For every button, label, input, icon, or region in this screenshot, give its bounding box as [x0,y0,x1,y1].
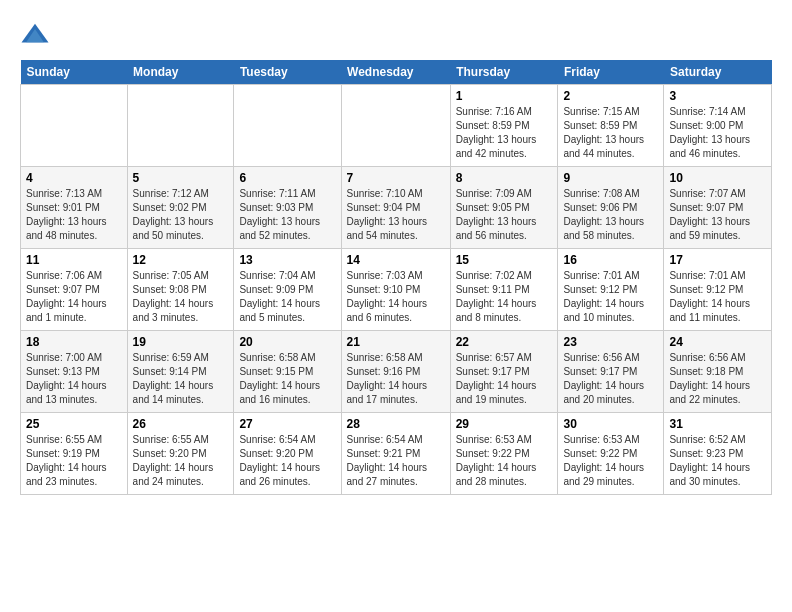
calendar-week-5: 25Sunrise: 6:55 AMSunset: 9:19 PMDayligh… [21,413,772,495]
calendar-week-1: 1Sunrise: 7:16 AMSunset: 8:59 PMDaylight… [21,85,772,167]
day-number: 3 [669,89,766,103]
day-info: Sunrise: 7:10 AMSunset: 9:04 PMDaylight:… [347,187,445,243]
day-number: 18 [26,335,122,349]
page-header [20,20,772,50]
calendar-cell: 26Sunrise: 6:55 AMSunset: 9:20 PMDayligh… [127,413,234,495]
day-number: 1 [456,89,553,103]
day-info: Sunrise: 6:57 AMSunset: 9:17 PMDaylight:… [456,351,553,407]
day-number: 27 [239,417,335,431]
calendar-cell [21,85,128,167]
day-number: 20 [239,335,335,349]
day-number: 23 [563,335,658,349]
day-info: Sunrise: 6:54 AMSunset: 9:20 PMDaylight:… [239,433,335,489]
day-header-wednesday: Wednesday [341,60,450,85]
header-row: SundayMondayTuesdayWednesdayThursdayFrid… [21,60,772,85]
day-info: Sunrise: 7:07 AMSunset: 9:07 PMDaylight:… [669,187,766,243]
day-number: 11 [26,253,122,267]
day-info: Sunrise: 7:04 AMSunset: 9:09 PMDaylight:… [239,269,335,325]
day-number: 9 [563,171,658,185]
calendar-cell: 31Sunrise: 6:52 AMSunset: 9:23 PMDayligh… [664,413,772,495]
calendar-cell: 20Sunrise: 6:58 AMSunset: 9:15 PMDayligh… [234,331,341,413]
calendar-cell: 22Sunrise: 6:57 AMSunset: 9:17 PMDayligh… [450,331,558,413]
day-header-monday: Monday [127,60,234,85]
day-info: Sunrise: 7:09 AMSunset: 9:05 PMDaylight:… [456,187,553,243]
day-number: 19 [133,335,229,349]
day-info: Sunrise: 7:14 AMSunset: 9:00 PMDaylight:… [669,105,766,161]
day-number: 24 [669,335,766,349]
calendar-cell: 3Sunrise: 7:14 AMSunset: 9:00 PMDaylight… [664,85,772,167]
calendar-week-2: 4Sunrise: 7:13 AMSunset: 9:01 PMDaylight… [21,167,772,249]
calendar-cell: 15Sunrise: 7:02 AMSunset: 9:11 PMDayligh… [450,249,558,331]
calendar-cell: 25Sunrise: 6:55 AMSunset: 9:19 PMDayligh… [21,413,128,495]
calendar-body: 1Sunrise: 7:16 AMSunset: 8:59 PMDaylight… [21,85,772,495]
calendar-cell: 6Sunrise: 7:11 AMSunset: 9:03 PMDaylight… [234,167,341,249]
day-number: 21 [347,335,445,349]
day-number: 17 [669,253,766,267]
day-info: Sunrise: 7:02 AMSunset: 9:11 PMDaylight:… [456,269,553,325]
day-number: 6 [239,171,335,185]
day-number: 14 [347,253,445,267]
day-info: Sunrise: 6:55 AMSunset: 9:19 PMDaylight:… [26,433,122,489]
day-info: Sunrise: 7:00 AMSunset: 9:13 PMDaylight:… [26,351,122,407]
day-number: 16 [563,253,658,267]
day-info: Sunrise: 6:56 AMSunset: 9:18 PMDaylight:… [669,351,766,407]
calendar-header: SundayMondayTuesdayWednesdayThursdayFrid… [21,60,772,85]
day-number: 31 [669,417,766,431]
calendar-cell: 7Sunrise: 7:10 AMSunset: 9:04 PMDaylight… [341,167,450,249]
calendar-cell: 16Sunrise: 7:01 AMSunset: 9:12 PMDayligh… [558,249,664,331]
calendar-cell: 17Sunrise: 7:01 AMSunset: 9:12 PMDayligh… [664,249,772,331]
day-info: Sunrise: 7:13 AMSunset: 9:01 PMDaylight:… [26,187,122,243]
calendar-cell: 24Sunrise: 6:56 AMSunset: 9:18 PMDayligh… [664,331,772,413]
day-number: 8 [456,171,553,185]
day-info: Sunrise: 6:59 AMSunset: 9:14 PMDaylight:… [133,351,229,407]
day-info: Sunrise: 6:53 AMSunset: 9:22 PMDaylight:… [456,433,553,489]
day-number: 26 [133,417,229,431]
calendar-cell: 30Sunrise: 6:53 AMSunset: 9:22 PMDayligh… [558,413,664,495]
calendar-cell: 18Sunrise: 7:00 AMSunset: 9:13 PMDayligh… [21,331,128,413]
day-header-friday: Friday [558,60,664,85]
calendar-cell [341,85,450,167]
calendar-cell [234,85,341,167]
day-info: Sunrise: 6:52 AMSunset: 9:23 PMDaylight:… [669,433,766,489]
day-number: 25 [26,417,122,431]
day-info: Sunrise: 7:08 AMSunset: 9:06 PMDaylight:… [563,187,658,243]
day-info: Sunrise: 7:06 AMSunset: 9:07 PMDaylight:… [26,269,122,325]
day-info: Sunrise: 7:01 AMSunset: 9:12 PMDaylight:… [563,269,658,325]
calendar-cell: 13Sunrise: 7:04 AMSunset: 9:09 PMDayligh… [234,249,341,331]
day-number: 7 [347,171,445,185]
calendar-cell: 23Sunrise: 6:56 AMSunset: 9:17 PMDayligh… [558,331,664,413]
day-header-sunday: Sunday [21,60,128,85]
day-number: 4 [26,171,122,185]
day-info: Sunrise: 7:01 AMSunset: 9:12 PMDaylight:… [669,269,766,325]
calendar-cell: 12Sunrise: 7:05 AMSunset: 9:08 PMDayligh… [127,249,234,331]
day-info: Sunrise: 6:58 AMSunset: 9:15 PMDaylight:… [239,351,335,407]
day-info: Sunrise: 6:53 AMSunset: 9:22 PMDaylight:… [563,433,658,489]
day-header-saturday: Saturday [664,60,772,85]
day-number: 5 [133,171,229,185]
day-info: Sunrise: 6:58 AMSunset: 9:16 PMDaylight:… [347,351,445,407]
day-number: 13 [239,253,335,267]
calendar-cell: 11Sunrise: 7:06 AMSunset: 9:07 PMDayligh… [21,249,128,331]
day-header-tuesday: Tuesday [234,60,341,85]
calendar-cell [127,85,234,167]
calendar-cell: 4Sunrise: 7:13 AMSunset: 9:01 PMDaylight… [21,167,128,249]
logo-icon [20,20,50,50]
day-header-thursday: Thursday [450,60,558,85]
day-info: Sunrise: 6:56 AMSunset: 9:17 PMDaylight:… [563,351,658,407]
calendar-cell: 21Sunrise: 6:58 AMSunset: 9:16 PMDayligh… [341,331,450,413]
day-number: 30 [563,417,658,431]
calendar-cell: 1Sunrise: 7:16 AMSunset: 8:59 PMDaylight… [450,85,558,167]
day-number: 10 [669,171,766,185]
day-info: Sunrise: 6:54 AMSunset: 9:21 PMDaylight:… [347,433,445,489]
day-number: 2 [563,89,658,103]
calendar-cell: 28Sunrise: 6:54 AMSunset: 9:21 PMDayligh… [341,413,450,495]
day-number: 29 [456,417,553,431]
day-number: 15 [456,253,553,267]
calendar-table: SundayMondayTuesdayWednesdayThursdayFrid… [20,60,772,495]
day-info: Sunrise: 7:11 AMSunset: 9:03 PMDaylight:… [239,187,335,243]
calendar-cell: 2Sunrise: 7:15 AMSunset: 8:59 PMDaylight… [558,85,664,167]
calendar-cell: 9Sunrise: 7:08 AMSunset: 9:06 PMDaylight… [558,167,664,249]
calendar-cell: 29Sunrise: 6:53 AMSunset: 9:22 PMDayligh… [450,413,558,495]
day-info: Sunrise: 7:03 AMSunset: 9:10 PMDaylight:… [347,269,445,325]
logo [20,20,54,50]
